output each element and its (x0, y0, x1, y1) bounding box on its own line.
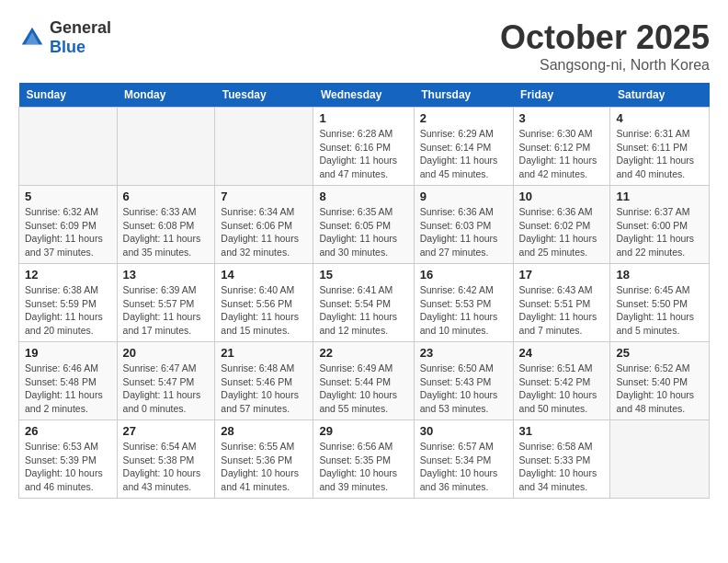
day-detail: Sunrise: 6:50 AM Sunset: 5:43 PM Dayligh… (420, 362, 507, 416)
calendar-cell: 6Sunrise: 6:33 AM Sunset: 6:08 PM Daylig… (117, 186, 215, 264)
day-detail: Sunrise: 6:28 AM Sunset: 6:16 PM Dayligh… (319, 127, 407, 181)
calendar-cell: 12Sunrise: 6:38 AM Sunset: 5:59 PM Dayli… (19, 264, 118, 342)
logo: General Blue (18, 18, 111, 57)
day-detail: Sunrise: 6:43 AM Sunset: 5:51 PM Dayligh… (519, 283, 605, 338)
calendar-cell: 27Sunrise: 6:54 AM Sunset: 5:38 PM Dayli… (117, 420, 215, 499)
day-number: 22 (319, 346, 407, 360)
calendar-cell: 19Sunrise: 6:46 AM Sunset: 5:48 PM Dayli… (19, 342, 118, 420)
day-number: 21 (221, 346, 307, 360)
day-detail: Sunrise: 6:56 AM Sunset: 5:35 PM Dayligh… (319, 440, 407, 494)
day-detail: Sunrise: 6:36 AM Sunset: 6:02 PM Dayligh… (519, 205, 605, 259)
calendar-week-row-5: 26Sunrise: 6:53 AM Sunset: 5:39 PM Dayli… (19, 420, 710, 499)
day-number: 14 (221, 268, 307, 282)
calendar-table: SundayMondayTuesdayWednesdayThursdayFrid… (18, 83, 710, 499)
calendar-cell: 5Sunrise: 6:32 AM Sunset: 6:09 PM Daylig… (19, 186, 118, 264)
calendar-cell: 11Sunrise: 6:37 AM Sunset: 6:00 PM Dayli… (610, 186, 710, 264)
day-number: 4 (616, 111, 703, 125)
day-number: 16 (420, 268, 507, 282)
weekday-header-wednesday: Wednesday (313, 83, 414, 108)
day-number: 27 (123, 424, 210, 438)
day-number: 26 (25, 424, 111, 438)
day-detail: Sunrise: 6:55 AM Sunset: 5:36 PM Dayligh… (221, 440, 307, 494)
day-number: 10 (519, 190, 605, 203)
calendar-cell: 17Sunrise: 6:43 AM Sunset: 5:51 PM Dayli… (513, 264, 610, 342)
calendar-cell: 25Sunrise: 6:52 AM Sunset: 5:40 PM Dayli… (610, 342, 710, 420)
weekday-header-thursday: Thursday (414, 83, 513, 108)
day-detail: Sunrise: 6:54 AM Sunset: 5:38 PM Dayligh… (123, 440, 210, 494)
calendar-cell: 26Sunrise: 6:53 AM Sunset: 5:39 PM Dayli… (19, 420, 118, 499)
day-number: 20 (123, 346, 210, 360)
calendar-cell: 28Sunrise: 6:55 AM Sunset: 5:36 PM Dayli… (215, 420, 313, 499)
day-detail: Sunrise: 6:49 AM Sunset: 5:44 PM Dayligh… (319, 362, 407, 416)
day-detail: Sunrise: 6:52 AM Sunset: 5:40 PM Dayligh… (616, 362, 703, 416)
day-detail: Sunrise: 6:39 AM Sunset: 5:57 PM Dayligh… (123, 283, 210, 338)
day-number: 25 (616, 346, 703, 360)
calendar-cell: 16Sunrise: 6:42 AM Sunset: 5:53 PM Dayli… (414, 264, 513, 342)
day-number: 12 (25, 268, 111, 282)
day-number: 28 (221, 424, 307, 438)
day-detail: Sunrise: 6:53 AM Sunset: 5:39 PM Dayligh… (25, 440, 111, 494)
day-number: 30 (420, 424, 507, 438)
day-detail: Sunrise: 6:31 AM Sunset: 6:11 PM Dayligh… (616, 127, 703, 181)
day-detail: Sunrise: 6:30 AM Sunset: 6:12 PM Dayligh… (519, 127, 605, 181)
day-number: 24 (519, 346, 605, 360)
calendar-cell: 4Sunrise: 6:31 AM Sunset: 6:11 PM Daylig… (610, 108, 710, 186)
day-number: 2 (420, 111, 507, 125)
day-detail: Sunrise: 6:29 AM Sunset: 6:14 PM Dayligh… (420, 127, 507, 181)
weekday-header-friday: Friday (513, 83, 610, 108)
calendar-cell: 21Sunrise: 6:48 AM Sunset: 5:46 PM Dayli… (215, 342, 313, 420)
logo-blue-text: Blue (50, 38, 85, 56)
calendar-week-row-1: 1Sunrise: 6:28 AM Sunset: 6:16 PM Daylig… (19, 108, 710, 186)
calendar-week-row-4: 19Sunrise: 6:46 AM Sunset: 5:48 PM Dayli… (19, 342, 710, 420)
logo-icon (18, 24, 46, 52)
calendar-cell: 9Sunrise: 6:36 AM Sunset: 6:03 PM Daylig… (414, 186, 513, 264)
calendar-cell: 2Sunrise: 6:29 AM Sunset: 6:14 PM Daylig… (414, 108, 513, 186)
day-number: 8 (319, 190, 407, 203)
calendar-header-row: SundayMondayTuesdayWednesdayThursdayFrid… (19, 83, 710, 108)
weekday-header-saturday: Saturday (610, 83, 710, 108)
calendar-cell (610, 420, 710, 499)
calendar-cell: 8Sunrise: 6:35 AM Sunset: 6:05 PM Daylig… (313, 186, 414, 264)
logo-general-text: General (50, 18, 111, 37)
day-detail: Sunrise: 6:57 AM Sunset: 5:34 PM Dayligh… (420, 440, 507, 494)
day-number: 3 (519, 111, 605, 125)
day-detail: Sunrise: 6:45 AM Sunset: 5:50 PM Dayligh… (616, 283, 703, 338)
day-detail: Sunrise: 6:40 AM Sunset: 5:56 PM Dayligh… (221, 283, 307, 338)
day-number: 29 (319, 424, 407, 438)
day-detail: Sunrise: 6:47 AM Sunset: 5:47 PM Dayligh… (123, 362, 210, 416)
calendar-cell: 23Sunrise: 6:50 AM Sunset: 5:43 PM Dayli… (414, 342, 513, 420)
day-number: 6 (123, 190, 210, 203)
day-number: 9 (420, 190, 507, 203)
month-title: October 2025 (500, 18, 710, 57)
day-number: 23 (420, 346, 507, 360)
calendar-cell: 7Sunrise: 6:34 AM Sunset: 6:06 PM Daylig… (215, 186, 313, 264)
day-number: 18 (616, 268, 703, 282)
calendar-cell (215, 108, 313, 186)
weekday-header-tuesday: Tuesday (215, 83, 313, 108)
weekday-header-sunday: Sunday (19, 83, 118, 108)
day-detail: Sunrise: 6:32 AM Sunset: 6:09 PM Dayligh… (25, 205, 111, 259)
day-detail: Sunrise: 6:38 AM Sunset: 5:59 PM Dayligh… (25, 283, 111, 338)
day-number: 17 (519, 268, 605, 282)
day-number: 19 (25, 346, 111, 360)
calendar-cell: 18Sunrise: 6:45 AM Sunset: 5:50 PM Dayli… (610, 264, 710, 342)
day-detail: Sunrise: 6:35 AM Sunset: 6:05 PM Dayligh… (319, 205, 407, 259)
day-detail: Sunrise: 6:33 AM Sunset: 6:08 PM Dayligh… (123, 205, 210, 259)
page-header: General Blue October 2025 Sangsong-ni, N… (18, 18, 710, 74)
calendar-cell: 20Sunrise: 6:47 AM Sunset: 5:47 PM Dayli… (117, 342, 215, 420)
calendar-cell: 1Sunrise: 6:28 AM Sunset: 6:16 PM Daylig… (313, 108, 414, 186)
calendar-week-row-3: 12Sunrise: 6:38 AM Sunset: 5:59 PM Dayli… (19, 264, 710, 342)
day-detail: Sunrise: 6:51 AM Sunset: 5:42 PM Dayligh… (519, 362, 605, 416)
day-number: 31 (519, 424, 605, 438)
title-block: October 2025 Sangsong-ni, North Korea (500, 18, 710, 74)
calendar-week-row-2: 5Sunrise: 6:32 AM Sunset: 6:09 PM Daylig… (19, 186, 710, 264)
day-number: 5 (25, 190, 111, 203)
calendar-cell (117, 108, 215, 186)
day-number: 15 (319, 268, 407, 282)
day-detail: Sunrise: 6:58 AM Sunset: 5:33 PM Dayligh… (519, 440, 605, 494)
day-detail: Sunrise: 6:37 AM Sunset: 6:00 PM Dayligh… (616, 205, 703, 259)
calendar-cell: 30Sunrise: 6:57 AM Sunset: 5:34 PM Dayli… (414, 420, 513, 499)
calendar-cell: 22Sunrise: 6:49 AM Sunset: 5:44 PM Dayli… (313, 342, 414, 420)
calendar-cell: 3Sunrise: 6:30 AM Sunset: 6:12 PM Daylig… (513, 108, 610, 186)
calendar-cell: 31Sunrise: 6:58 AM Sunset: 5:33 PM Dayli… (513, 420, 610, 499)
